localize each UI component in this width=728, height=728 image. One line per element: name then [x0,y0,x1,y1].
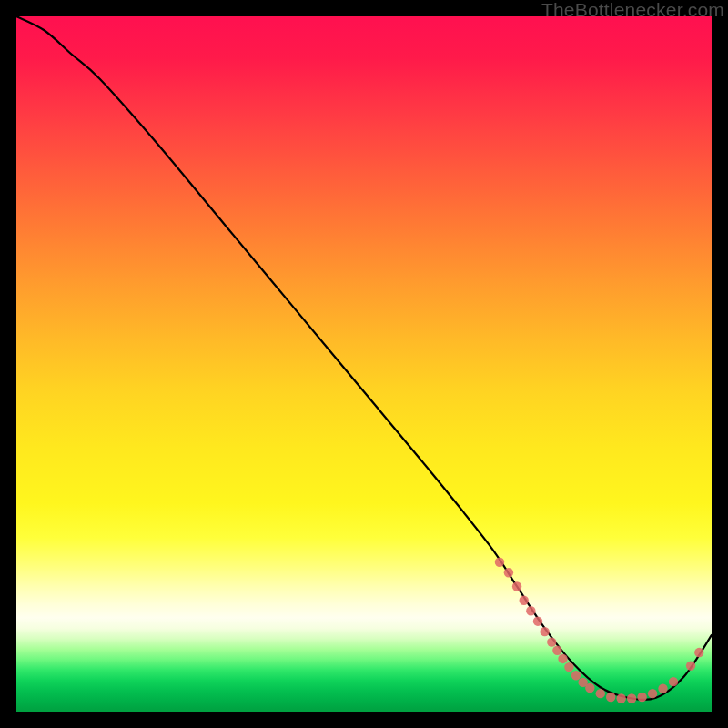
bottleneck-curve [16,16,712,700]
plot-area [16,16,712,712]
reference-point [533,616,542,625]
reference-point [558,654,567,663]
reference-point [495,558,504,567]
reference-point [504,568,513,577]
reference-point [694,648,703,657]
reference-point [616,693,625,703]
reference-point [686,661,695,670]
reference-point [606,693,615,702]
reference-point [540,627,549,636]
reference-point [585,683,594,693]
reference-point [520,596,529,605]
watermark-text: TheBottlenecker.com [541,0,724,21]
reference-point [658,684,667,693]
reference-point [571,671,581,680]
reference-point [547,637,556,646]
reference-point [648,689,657,698]
reference-point [526,606,535,615]
curve-layer [16,16,712,712]
chart-frame: TheBottlenecker.com [0,0,728,728]
reference-point [637,693,646,702]
reference-point [512,581,521,591]
reference-point [552,646,561,655]
reference-points [495,558,704,703]
reference-point [564,662,573,672]
reference-point [627,693,636,703]
reference-point [596,689,605,698]
reference-point [669,677,678,686]
